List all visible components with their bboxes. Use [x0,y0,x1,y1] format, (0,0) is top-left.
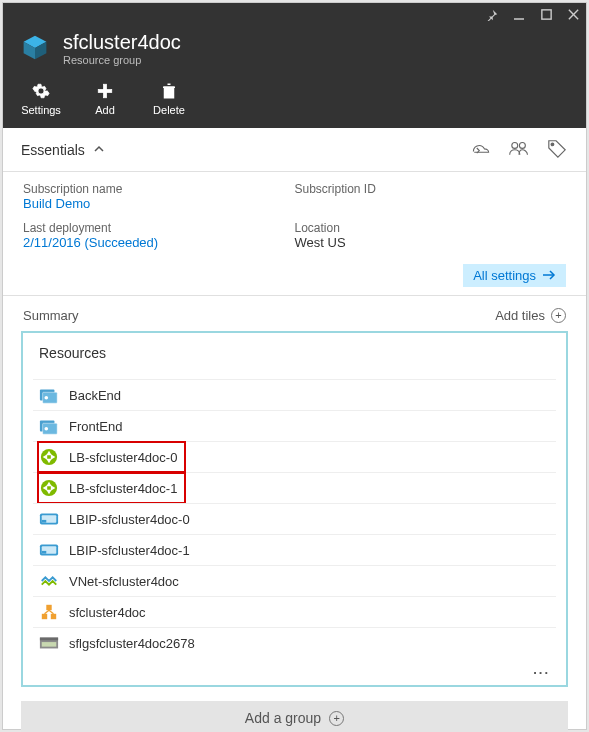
minimize-icon[interactable] [512,8,526,25]
resource-item[interactable]: LBIP-sfcluster4doc-0 [33,503,556,534]
resource-name: BackEnd [69,388,121,403]
window-controls [3,3,586,29]
location-label: Location [295,221,567,235]
quickstart-icon[interactable] [470,138,492,161]
resource-group-panel: sfcluster4doc Resource group Settings Ad… [2,2,587,730]
resource-name: VNet-sfcluster4doc [69,574,179,589]
chevron-up-icon [93,142,105,158]
resource-item[interactable]: LB-sfcluster4doc-1 [33,472,556,503]
location-value: West US [295,235,567,250]
subscription-name-label: Subscription name [23,182,295,196]
summary-heading: Summary [23,308,79,323]
maximize-icon[interactable] [540,8,553,24]
loadbalancer-icon [39,448,59,466]
svg-rect-47 [42,642,57,647]
last-deployment-value[interactable]: 2/11/2016 (Succeeded) [23,235,295,250]
resource-name: sfcluster4doc [69,605,146,620]
svg-rect-8 [98,90,112,93]
delete-button[interactable]: Delete [149,82,189,116]
essentials-body: Subscription name Build Demo Last deploy… [3,172,586,296]
svg-point-16 [551,143,554,146]
publicip-icon [39,541,59,559]
svg-rect-36 [42,520,47,523]
plus-circle-icon: + [551,308,566,323]
all-settings-link[interactable]: All settings [463,264,566,287]
svg-line-43 [45,610,50,614]
essentials-toggle[interactable]: Essentials [21,142,105,158]
resource-item[interactable]: FrontEnd [33,410,556,441]
arrow-right-icon [542,268,556,283]
add-group-button[interactable]: Add a group + [21,701,568,732]
svg-rect-9 [165,87,174,98]
resource-item[interactable]: VNet-sfcluster4doc [33,565,556,596]
resource-name: LB-sfcluster4doc-1 [69,481,177,496]
resource-name: FrontEnd [69,419,122,434]
svg-point-14 [512,143,518,149]
resource-name: LBIP-sfcluster4doc-1 [69,543,190,558]
svg-rect-46 [40,638,58,641]
add-button[interactable]: Add [85,82,125,116]
cloudservice-icon [39,386,59,404]
subscription-id-label: Subscription ID [295,182,567,196]
page-subtitle: Resource group [63,54,181,66]
summary-bar: Summary Add tiles + [3,296,586,331]
svg-rect-41 [42,614,47,619]
svg-rect-39 [42,551,47,554]
header: sfcluster4doc Resource group Settings Ad… [3,3,586,128]
resource-name: LBIP-sfcluster4doc-0 [69,512,190,527]
add-tiles-link[interactable]: Add tiles + [495,308,566,323]
svg-line-44 [49,610,54,614]
resource-item[interactable]: LBIP-sfcluster4doc-1 [33,534,556,565]
plus-circle-icon: + [329,711,344,726]
publicip-icon [39,510,59,528]
resource-list: BackEndFrontEndLB-sfcluster4doc-0LB-sfcl… [33,379,556,658]
resource-item[interactable]: sfcluster4doc [33,596,556,627]
storage-icon [39,634,59,652]
title-row: sfcluster4doc Resource group [3,29,586,76]
resource-group-icon [21,33,49,64]
resource-item[interactable]: BackEnd [33,379,556,410]
subscription-id-value [295,196,567,211]
essentials-bar: Essentials [3,128,586,172]
resource-name: LB-sfcluster4doc-0 [69,450,177,465]
toolbar: Settings Add Delete [3,76,586,128]
last-deployment-label: Last deployment [23,221,295,235]
cloudservice-icon [39,417,59,435]
sfcluster-icon [39,603,59,621]
resource-name: sflgsfcluster4doc2678 [69,636,195,651]
users-icon[interactable] [508,138,530,161]
close-icon[interactable] [567,8,580,24]
pin-icon[interactable] [486,9,498,24]
settings-button[interactable]: Settings [21,82,61,116]
resource-item[interactable]: sflgsfcluster4doc2678 [33,627,556,658]
vnet-icon [39,572,59,590]
loadbalancer-icon [39,479,59,497]
svg-rect-42 [51,614,56,619]
svg-rect-1 [542,10,551,19]
page-title: sfcluster4doc [63,31,181,54]
tags-icon[interactable] [546,138,568,161]
subscription-name-value[interactable]: Build Demo [23,196,295,211]
resources-heading: Resources [33,345,556,379]
svg-rect-40 [46,605,51,610]
svg-point-20 [44,396,48,400]
more-button[interactable]: ... [33,658,556,677]
svg-point-23 [44,427,48,431]
resources-box: Resources BackEndFrontEndLB-sfcluster4do… [21,331,568,687]
resource-item[interactable]: LB-sfcluster4doc-0 [33,441,556,472]
svg-point-15 [519,143,525,149]
